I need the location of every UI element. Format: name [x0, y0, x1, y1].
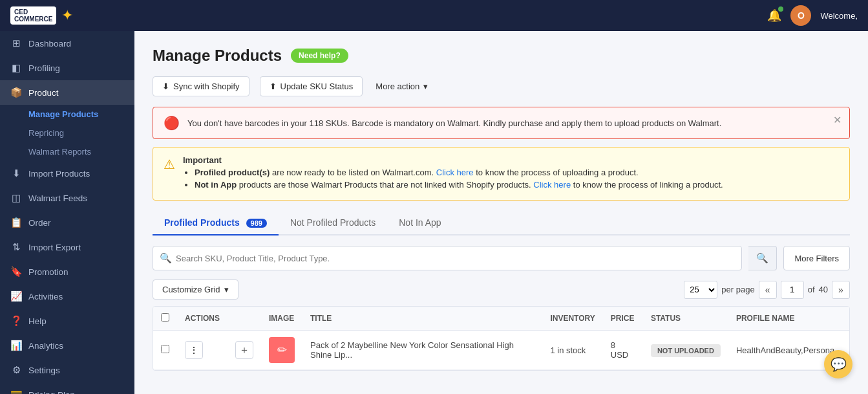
first-page-button[interactable]: « [759, 281, 777, 299]
more-action-button[interactable]: More action ▾ [373, 77, 430, 96]
chevron-down-icon: ▾ [224, 285, 229, 294]
tab-not-profiled-products[interactable]: Not Profiled Products [279, 211, 387, 235]
sidebar-item-help[interactable]: ❓ Help [0, 309, 134, 333]
chat-button[interactable]: 💬 [824, 350, 852, 378]
product-inventory: 1 in stock [550, 345, 586, 355]
welcome-text: Welcome, [820, 11, 858, 21]
need-help-badge[interactable]: Need help? [291, 49, 348, 63]
main-content: Manage Products Need help? ⬇ Sync with S… [134, 31, 868, 394]
import-export-icon: ⇅ [10, 241, 22, 253]
products-table: ACTIONS IMAGE TITLE INVENTORY PRICE STAT… [153, 306, 850, 371]
row-menu-button[interactable]: ⋮ [185, 341, 203, 359]
navbar-logo[interactable]: CED COMMERCE ✦ [10, 6, 73, 25]
alert-close-button[interactable]: ✕ [833, 114, 842, 126]
tab-profiled-products[interactable]: Profiled Products 989 [153, 211, 279, 235]
col-status: STATUS [643, 307, 728, 331]
status-badge: NOT UPLOADED [651, 344, 721, 357]
sidebar-label-product: Product [28, 88, 59, 98]
download-icon: ⬇ [162, 82, 169, 91]
dashboard-icon: ⊞ [10, 38, 22, 49]
product-price: 8 USD [611, 340, 628, 360]
row-actions-cell: ⋮ [177, 331, 228, 370]
product-image: ✏ [269, 337, 295, 363]
sidebar-item-order[interactable]: 📋 Order [0, 210, 134, 235]
linking-process-link[interactable]: Click here [533, 180, 571, 190]
error-message: You don't have barcodes in your 118 SKUs… [187, 118, 839, 128]
settings-icon: ⚙ [10, 364, 22, 376]
sidebar-sub-repricing[interactable]: Repricing [0, 124, 134, 142]
per-page-select[interactable]: 25 50 100 [684, 281, 717, 299]
bell-icon[interactable]: 🔔 [767, 8, 781, 23]
search-filter-row: 🔍 🔍 More Filters [153, 246, 850, 270]
row-inventory-cell: 1 in stock [542, 331, 602, 370]
sidebar-sub-manage-products[interactable]: Manage Products [0, 105, 134, 124]
tab-not-in-app[interactable]: Not In App [387, 211, 452, 235]
import-products-icon: ⬇ [10, 168, 22, 179]
profiled-products-label: Profiled product(s) [195, 168, 270, 177]
last-page-button[interactable]: » [832, 281, 850, 299]
sidebar-item-pricing-plan[interactable]: 💳 Pricing Plan [0, 382, 134, 394]
page-input[interactable] [781, 281, 804, 299]
sidebar-item-import-export[interactable]: ⇅ Import Export [0, 235, 134, 259]
sidebar-label-pricing-plan: Pricing Plan [28, 390, 75, 395]
chevron-down-icon: ▾ [423, 82, 428, 91]
notification-dot [778, 6, 783, 12]
profiling-icon: ◧ [10, 62, 22, 74]
sidebar-item-profiling[interactable]: ◧ Profiling [0, 56, 134, 80]
sidebar-label-profiling: Profiling [28, 63, 60, 73]
table-row: ⋮ ＋ ✏ Pack of 2 Maybelline New York Colo… [153, 331, 849, 370]
page-header: Manage Products Need help? [153, 47, 850, 65]
row-add-button[interactable]: ＋ [235, 341, 253, 359]
search-submit-button[interactable]: 🔍 [748, 246, 777, 270]
pagination: 25 50 100 per page « of 40 » [684, 281, 850, 299]
upload-process-link[interactable]: Click here [436, 168, 474, 177]
product-icon: 📦 [10, 87, 22, 98]
table-scroll: ACTIONS IMAGE TITLE INVENTORY PRICE STAT… [153, 307, 849, 370]
tabs: Profiled Products 989 Not Profiled Produ… [153, 211, 850, 235]
sidebar-item-product[interactable]: 📦 Product [0, 80, 134, 105]
sidebar-item-dashboard[interactable]: ⊞ Dashboard [0, 31, 134, 56]
sidebar-label-import-products: Import Products [28, 169, 90, 179]
search-box[interactable]: 🔍 [153, 246, 742, 270]
avatar[interactable]: O [790, 5, 811, 26]
col-image: IMAGE [261, 307, 302, 331]
row-checkbox[interactable] [161, 345, 169, 353]
search-input[interactable] [176, 254, 735, 263]
sidebar-item-settings[interactable]: ⚙ Settings [0, 358, 134, 382]
col-actions: ACTIONS [177, 307, 228, 331]
sidebar-item-analytics[interactable]: 📊 Analytics [0, 333, 134, 358]
row-status-cell: NOT UPLOADED [643, 331, 728, 370]
product-title: Pack of 2 Maybelline New York Color Sens… [310, 340, 514, 360]
sync-shopify-button[interactable]: ⬇ Sync with Shopify [153, 76, 249, 96]
more-filters-button[interactable]: More Filters [783, 246, 850, 270]
sidebar: ⊞ Dashboard ◧ Profiling 📦 Product Manage… [0, 31, 134, 394]
sidebar-label-settings: Settings [28, 366, 60, 375]
row-price-cell: 8 USD [603, 331, 643, 370]
row-image-cell: ✏ [261, 331, 302, 370]
sidebar-label-help: Help [28, 316, 47, 326]
sidebar-label-import-export: Import Export [28, 243, 81, 252]
customize-grid-button[interactable]: Customize Grid ▾ [153, 279, 238, 300]
col-title: TITLE [302, 307, 542, 331]
row-checkbox-cell[interactable] [153, 331, 177, 370]
sidebar-item-promotion[interactable]: 🔖 Promotion [0, 259, 134, 284]
update-sku-button[interactable]: ⬆ Update SKU Status [260, 76, 363, 96]
select-all-checkbox[interactable] [161, 313, 169, 322]
row-add-cell[interactable]: ＋ [228, 331, 261, 370]
sidebar-sub-walmart-reports[interactable]: Walmart Reports [0, 142, 134, 161]
sidebar-label-activities: Activities [28, 292, 63, 301]
ced-logo[interactable]: CED COMMERCE [10, 6, 56, 25]
sidebar-item-walmart-feeds[interactable]: ◫ Walmart Feeds [0, 186, 134, 210]
navbar: CED COMMERCE ✦ 🔔 O Welcome, [0, 0, 868, 31]
pricing-plan-icon: 💳 [10, 389, 22, 394]
order-icon: 📋 [10, 217, 22, 228]
sidebar-item-import-products[interactable]: ⬇ Import Products [0, 161, 134, 186]
product-profile: HealthAndBeauty,Persona... [736, 345, 842, 355]
navbar-right: 🔔 O Welcome, [767, 5, 858, 26]
sidebar-item-activities[interactable]: 📈 Activities [0, 284, 134, 309]
grid-controls: Customize Grid ▾ 25 50 100 per page « of… [153, 279, 850, 300]
help-icon: ❓ [10, 315, 22, 327]
search-icon: 🔍 [160, 252, 172, 264]
upload-icon: ⬆ [270, 82, 277, 91]
warning-alert: ⚠ Important Profiled product(s) are now … [153, 147, 850, 201]
